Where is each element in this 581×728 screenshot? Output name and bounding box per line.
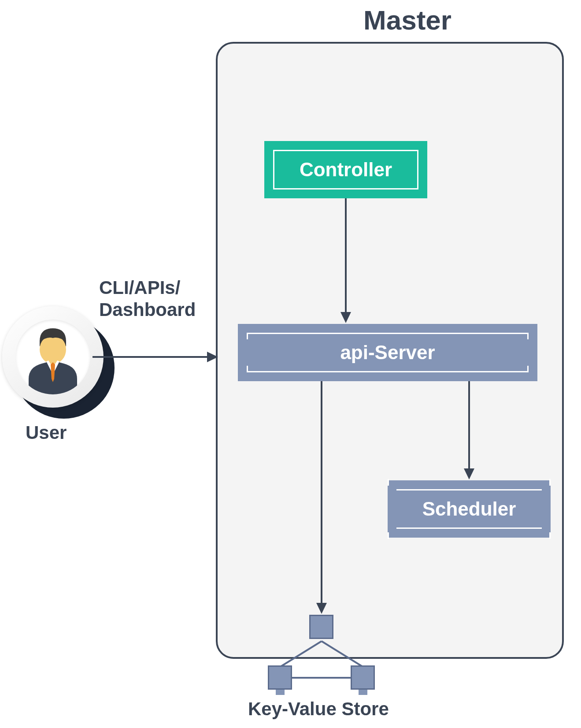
kvs-node-tip (359, 690, 367, 695)
svg-line-9 (281, 641, 322, 666)
user-label: User (26, 422, 67, 443)
diagram-title: Master (255, 4, 559, 36)
scheduler-label: Scheduler (422, 498, 516, 520)
arrow-apiserver-to-scheduler (460, 381, 478, 483)
svg-marker-8 (316, 603, 327, 614)
api-server-label: api-Server (340, 342, 435, 364)
tick (388, 532, 389, 539)
svg-marker-4 (340, 312, 351, 323)
tick (247, 333, 248, 339)
tick (388, 479, 389, 486)
arrow-label-line2: Dashboard (99, 299, 196, 320)
arrow-user-to-master (93, 348, 220, 366)
key-value-store-label: Key-Value Store (248, 698, 389, 720)
api-server-box: api-Server (238, 324, 537, 381)
tick (549, 532, 551, 539)
controller-box: Controller (264, 141, 427, 198)
svg-marker-6 (464, 468, 474, 479)
user-icon (2, 306, 108, 412)
controller-label: Controller (300, 159, 392, 181)
kvs-node-right (351, 665, 375, 690)
arrow-label-line1: CLI/APIs/ (99, 277, 180, 298)
tick (527, 366, 529, 372)
api-server-inner: api-Server (247, 333, 529, 372)
kvs-node-top (309, 615, 333, 639)
user-icon-outer (2, 306, 104, 408)
kvs-node-left (268, 665, 292, 690)
tick (247, 366, 248, 372)
tick (527, 333, 529, 339)
svg-line-10 (322, 641, 362, 666)
scheduler-inner: Scheduler (396, 489, 542, 529)
tick (549, 479, 551, 486)
svg-marker-2 (207, 352, 218, 362)
arrow-controller-to-apiserver (337, 198, 355, 326)
arrow-label: CLI/APIs/ Dashboard (99, 277, 196, 321)
controller-box-inner: Controller (273, 150, 418, 189)
scheduler-box: Scheduler (388, 480, 551, 538)
user-icon-inner (15, 319, 90, 394)
user-avatar-svg (15, 319, 90, 394)
arrow-apiserver-to-kvs (313, 381, 330, 617)
kvs-node-tip (276, 690, 285, 695)
